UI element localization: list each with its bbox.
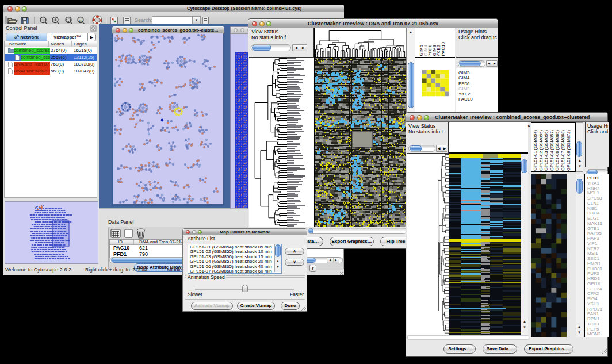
svg-text:1:1: 1:1 bbox=[79, 19, 83, 22]
